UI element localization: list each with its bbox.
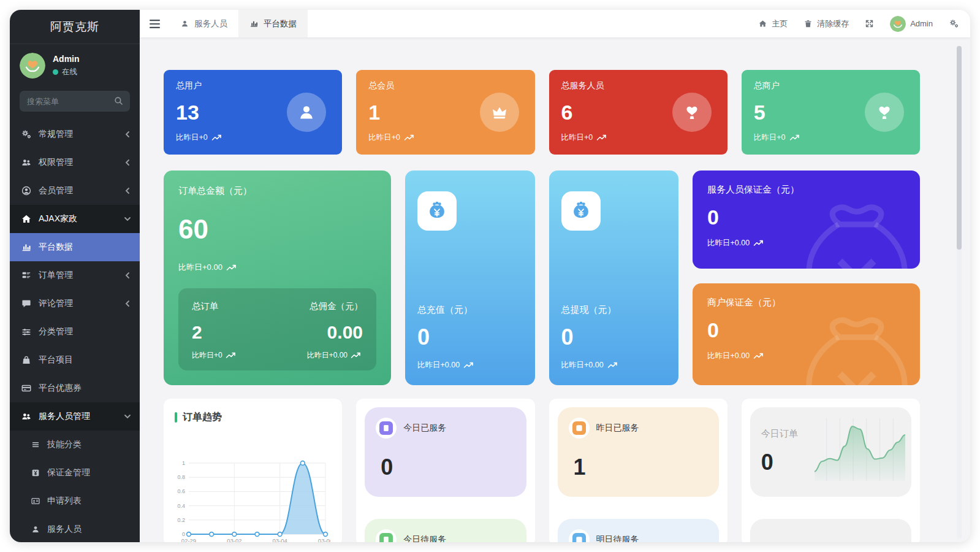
sidebar-menu: 常规管理权限管理会员管理AJAX家政平台数据订单管理评论管理分类管理平台项目平台… (10, 120, 140, 542)
sidebar-item-1[interactable]: 权限管理 (10, 148, 140, 177)
stat-title: 总服务人员 (561, 80, 715, 91)
sidebar-search (20, 91, 130, 112)
user-avatar[interactable] (20, 53, 45, 79)
trend-up-icon (753, 240, 765, 247)
recharge-card: 总充值（元） 0 比昨日+0.00 (405, 171, 535, 385)
sidebar-item-12[interactable]: 保证金管理 (10, 459, 140, 487)
sidebar-item-7[interactable]: 分类管理 (10, 318, 140, 346)
chevron-left-icon (124, 131, 131, 138)
sidebar-item-label: 常规管理 (39, 129, 124, 140)
title-accent-bar (175, 412, 177, 423)
stat-card-3: 总商户5比昨日+0 (742, 70, 920, 155)
trend-up-icon (211, 134, 224, 141)
order-subcard: 总订单 2 比昨日+0 总佣金（元） 0.00 比昨日+0.00 (178, 288, 376, 370)
navbar-user[interactable]: Admin (890, 16, 933, 32)
order-trend-chart[interactable]: 00.20.40.60.8102-2903-0203-0403-06 (172, 458, 333, 542)
svg-text:1: 1 (182, 460, 185, 466)
dashboard-content: 总用户13比昨日+0总会员1比昨日+0总服务人员6比昨日+0总商户5比昨日+0 … (140, 37, 970, 542)
tab-strip: 服务人员平台数据 (169, 10, 308, 37)
chevron-left-icon (124, 187, 131, 194)
sidebar-item-11[interactable]: 技能分类 (10, 431, 140, 459)
card-title: 服务人员保证金（元） (707, 184, 905, 196)
sub-delta: 比昨日+0.00 (307, 350, 348, 361)
navbar-link-1[interactable]: 清除缓存 (803, 18, 849, 29)
stat-delta: 比昨日+0 (561, 132, 593, 143)
card-value: 0 (561, 324, 667, 350)
trend-up-icon (789, 134, 802, 141)
trend-up-icon (596, 134, 609, 141)
stat-card-0: 总用户13比昨日+0 (164, 70, 342, 155)
heart-badge-icon (682, 102, 702, 122)
sidebar-item-14[interactable]: 服务人员 (10, 515, 140, 542)
chevron-left-icon (124, 272, 131, 279)
id-card-icon (31, 496, 40, 506)
finance-row: 订单总金额（元） 60 比昨日+0.00 总订单 2 比昨日+0 总佣金（元） … (164, 171, 920, 385)
sidebar-item-label: 会员管理 (39, 185, 124, 196)
list-icon (31, 440, 40, 450)
sidebar-item-8[interactable]: 平台项目 (10, 346, 140, 374)
home-icon (758, 19, 767, 28)
money-bag-icon (561, 191, 601, 231)
brand-title[interactable]: 阿贾克斯 (10, 10, 140, 44)
sidebar-item-label: 技能分类 (47, 439, 131, 450)
sub-value: 0.00 (307, 322, 363, 343)
today-orders-card: 今日订单 0 (742, 399, 920, 542)
tab-1[interactable]: 平台数据 (238, 10, 308, 37)
tab-0[interactable]: 服务人员 (169, 10, 238, 37)
trash-icon (803, 19, 813, 28)
settings-button[interactable] (949, 18, 959, 29)
service-panel-value: 1 (574, 454, 708, 480)
sidebar-item-label: 分类管理 (39, 326, 131, 337)
card-delta: 比昨日+0.00 (417, 360, 460, 370)
sidebar-item-0[interactable]: 常规管理 (10, 120, 140, 148)
card-delta: 比昨日+0.00 (707, 238, 750, 248)
content-scrollbar-track[interactable] (957, 46, 962, 539)
sidebar-item-label: 平台项目 (39, 355, 131, 366)
sidebar-item-10[interactable]: 服务人员管理 (10, 402, 140, 431)
sidebar-item-label: 服务人员 (47, 524, 131, 535)
chevron-down-icon (124, 413, 131, 420)
card-delta: 比昨日+0.00 (178, 262, 222, 273)
service-stats-card: 今日已服务0今日待服务 (356, 399, 534, 542)
hamburger-icon[interactable] (140, 10, 169, 37)
sidebar-item-5[interactable]: 订单管理 (10, 261, 140, 289)
service-panel-value: 0 (381, 454, 515, 480)
card-value: 0 (707, 205, 905, 229)
card-title: 商户保证金（元） (707, 297, 905, 309)
sidebar-item-13[interactable]: 申请列表 (10, 487, 140, 515)
stat-delta: 比昨日+0 (754, 132, 786, 143)
card-title: 总充值（元） (417, 304, 523, 316)
user-status: 在线 (62, 67, 77, 77)
content-scrollbar-thumb[interactable] (957, 46, 962, 250)
yen-square-icon (31, 468, 40, 478)
search-icon[interactable] (113, 96, 124, 106)
sidebar-item-4[interactable]: 平台数据 (10, 233, 140, 261)
money-bag-icon (417, 191, 457, 231)
stat-icon-circle (865, 93, 904, 132)
sidebar-item-label: 服务人员管理 (39, 411, 124, 422)
card-delta: 比昨日+0.00 (561, 360, 604, 370)
user-icon (31, 524, 40, 534)
withdraw-card: 总提现（元） 0 比昨日+0.00 (549, 171, 679, 385)
stat-title: 总商户 (754, 80, 908, 91)
sidebar-item-2[interactable]: 会员管理 (10, 177, 140, 205)
sidebar-item-9[interactable]: 平台优惠券 (10, 374, 140, 402)
today-orders-panel: 今日订单 0 (750, 407, 911, 497)
service-panel-label: 昨日已服务 (596, 423, 639, 434)
sidebar-item-label: 权限管理 (39, 157, 124, 168)
today-orders-sparkline (813, 416, 906, 486)
secondary-orders-panel (750, 519, 911, 542)
service-panel: 今日已服务0 (365, 407, 526, 497)
chevron-down-icon (124, 215, 131, 223)
navbar-link-0[interactable]: 主页 (758, 18, 788, 29)
sidebar: 阿贾克斯 Admin 在线 常规管理权限管理会员管理AJAX家政平台数据订单管理… (10, 10, 140, 542)
svg-text:02-29: 02-29 (181, 537, 196, 542)
fullscreen-button[interactable] (865, 19, 874, 28)
bar-chart-icon (21, 242, 32, 253)
chart-title: 订单趋势 (183, 411, 222, 424)
sidebar-item-6[interactable]: 评论管理 (10, 289, 140, 318)
svg-text:0.6: 0.6 (177, 488, 185, 494)
sidebar-item-3[interactable]: AJAX家政 (10, 205, 140, 233)
service-panel: 明日待服务 (558, 519, 719, 542)
user-name[interactable]: Admin (53, 54, 80, 64)
